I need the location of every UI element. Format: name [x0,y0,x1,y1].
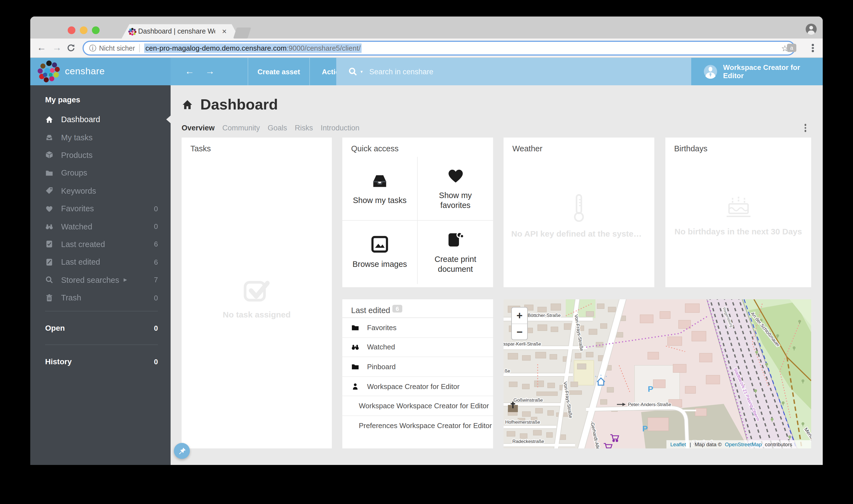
svg-text:Peter-Anders-Straße: Peter-Anders-Straße [628,402,671,407]
url-host: cen-pro-magalog-demo.demo.censhare.com [145,44,287,52]
pushpin-icon [177,447,186,455]
list-item-workspace-workspace[interactable]: Workspace Workspace Creator for Editor [342,396,493,416]
list-item-label: Favorites [367,324,396,332]
list-item-label: Watched [367,343,395,351]
app-back-button[interactable]: ← [185,66,194,77]
sidebar-item-label: Keywords [61,186,96,195]
expand-arrow-icon[interactable]: ▶ [124,277,127,282]
list-item-pinboard[interactable]: Pinboard [342,357,493,377]
tab-overview[interactable]: Overview [182,124,215,132]
screen: Dashboard | censhare Web ✕ ← → ⓘ Nicht s… [0,0,853,504]
sidebar-item-label: Trash [61,293,81,302]
sidebar-item-last-edited[interactable]: Last edited 6 [30,253,171,271]
browser-forward-button[interactable]: → [52,42,61,53]
sidebar-section-history[interactable]: History 0 [30,350,171,374]
user-avatar [703,65,717,79]
map-attribution: Leaflet | Map data © OpenStreetMap contr… [667,440,811,448]
url-bar[interactable]: ⓘ Nicht sicher cen-pro-magalog-demo.demo… [83,41,795,56]
sidebar-item-stored-searches[interactable]: Stored searches ▶ 7 [30,271,171,289]
app-brand[interactable]: censhare [30,58,171,85]
tab-title: Dashboard | censhare Web [138,28,215,35]
leaflet-link[interactable]: Leaflet [670,442,686,447]
tasks-empty-state: No task assigned [182,278,332,319]
card-title: Tasks [191,144,211,153]
openstreetmap-link[interactable]: OpenStreetMap [725,442,762,447]
folder-icon [351,363,359,371]
info-icon[interactable]: ⓘ [89,43,96,53]
tab-community[interactable]: Community [222,124,260,132]
app-forward-button[interactable]: → [205,66,215,77]
list-item-workspace[interactable]: Workspace Creator for Editor [342,377,493,396]
sidebar-item-label: Groups [61,169,87,177]
extension-icon[interactable]: a [787,44,796,52]
list-item-favorites[interactable]: Favorites [342,318,493,338]
quick-access-show-my-tasks[interactable]: Show my tasks [342,157,418,220]
user-name: Workspace Creator for Editor [723,63,823,80]
empty-text: No birthdays in the next 30 Days [665,227,811,236]
heart-icon [45,204,53,213]
sidebar-item-count: 0 [154,222,158,231]
binoculars-icon [351,343,359,351]
new-tab-button[interactable] [233,28,251,38]
censhare-logo [37,60,60,83]
sidebar-item-keywords[interactable]: Keywords [30,182,171,200]
sidebar: My pages Dashboard My tasks Products Gro… [30,85,171,465]
tag-icon [45,187,53,195]
last-edited-header: Last edited 6 [342,299,493,318]
tab-risks[interactable]: Risks [295,124,313,132]
list-item-preferences[interactable]: Preferences Workspace Creator for Editor [342,416,493,435]
home-icon [182,99,193,111]
page-menu-icon[interactable] [804,123,806,133]
document-check-icon [45,240,53,248]
sidebar-item-watched[interactable]: Watched 0 [30,218,171,235]
document-cloud-icon [446,230,465,249]
sidebar-item-label: Last created [61,240,105,249]
browser-profile-avatar[interactable] [805,23,817,35]
heart-icon [446,166,465,185]
leaflet-map[interactable]: Dr.-Böttcher-Straße Kaspar-Kerll-Straße … [503,299,811,448]
global-search[interactable]: ▾ Search in censhare [336,58,691,85]
person-icon [351,382,359,390]
tab-close-icon[interactable]: ✕ [222,28,227,35]
birthdays-empty-state: No birthdays in the next 30 Days [665,195,811,236]
close-window-button[interactable] [68,26,75,34]
search-placeholder: Search in censhare [369,67,433,76]
minimize-window-button[interactable] [80,26,88,34]
quick-access-show-my-favorites[interactable]: Show my favorites [418,157,493,220]
sidebar-section-open[interactable]: Open 0 [30,316,171,340]
browser-back-button[interactable]: ← [37,42,46,53]
sidebar-item-trash[interactable]: Trash 0 [30,289,171,307]
binoculars-icon [45,222,53,231]
sidebar-item-groups[interactable]: Groups [30,164,171,182]
sidebar-item-label: Stored searches [61,275,119,284]
sidebar-item-count: 6 [154,258,158,266]
last-edited-list: Favorites Watched Pinboard Workspace Cre… [342,318,493,435]
pinboard-fab-button[interactable] [174,443,190,459]
sidebar-item-favorites[interactable]: Favorites 0 [30,200,171,218]
browser-tab-strip: Dashboard | censhare Web ✕ [30,17,823,38]
quick-access-browse-images[interactable]: Browse images [342,220,418,284]
tab-introduction[interactable]: Introduction [321,124,359,132]
list-item-watched[interactable]: Watched [342,338,493,357]
browser-menu-icon[interactable] [812,43,814,53]
card-title: Weather [512,144,543,153]
quick-access-create-print-document[interactable]: Create print document [418,220,493,284]
sidebar-divider [45,311,158,312]
user-menu[interactable]: Workspace Creator for Editor [691,58,823,85]
tab-goals[interactable]: Goals [268,124,287,132]
svg-text:Kaspar-Kerll-Straße: Kaspar-Kerll-Straße [503,341,541,347]
browser-tab[interactable]: Dashboard | censhare Web ✕ [122,24,239,38]
map-zoom-out-button[interactable]: − [512,324,527,340]
sidebar-item-my-tasks[interactable]: My tasks [30,128,171,146]
map-zoom-in-button[interactable]: + [512,308,527,324]
browser-reload-button[interactable] [67,43,75,52]
sidebar-item-dashboard[interactable]: Dashboard [30,111,171,128]
sidebar-item-products[interactable]: Products [30,146,171,164]
sidebar-item-last-created[interactable]: Last created 6 [30,235,171,253]
search-caret-icon[interactable]: ▾ [360,69,363,74]
url-text[interactable]: cen-pro-magalog-demo.demo.censhare.com:9… [144,43,362,53]
zoom-window-button[interactable] [92,26,100,34]
brand-name: censhare [65,66,105,77]
browser-window: Dashboard | censhare Web ✕ ← → ⓘ Nicht s… [30,17,823,465]
create-asset-button[interactable]: Create asset [248,58,309,85]
